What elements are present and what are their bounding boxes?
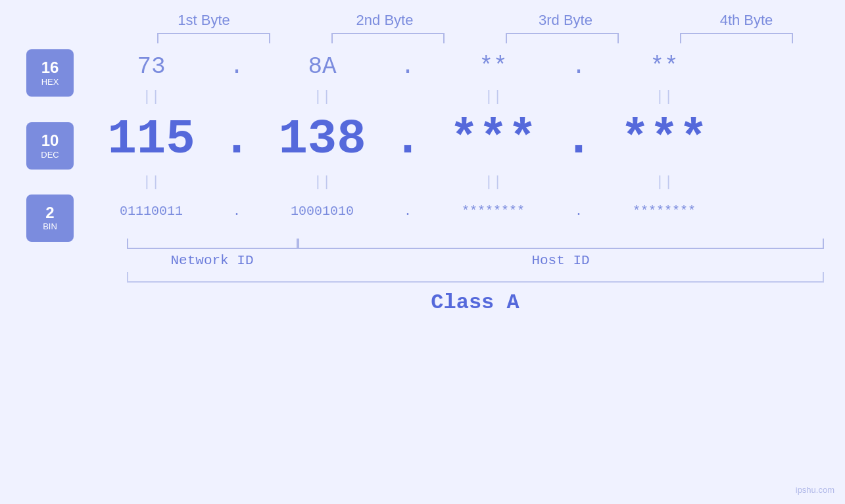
- bracket-4: [680, 33, 793, 43]
- eq-1-b1: ||: [85, 89, 217, 105]
- network-id-label: Network ID: [127, 253, 298, 268]
- byte-header-3: 3rd Byte: [500, 12, 631, 29]
- hex-row: 73 . 8A . ** . **: [85, 47, 845, 85]
- bin-badge: 2 BIN: [26, 195, 74, 242]
- bin-byte-3: ********: [427, 204, 559, 219]
- dec-byte-1: 115: [85, 112, 217, 167]
- hex-byte-4: **: [598, 53, 730, 80]
- dec-badge-row: 10 DEC: [26, 114, 85, 177]
- hex-byte-3: **: [427, 53, 559, 80]
- main-container: 1st Byte 2nd Byte 3rd Byte 4th Byte 16 H…: [0, 0, 845, 504]
- byte-header-1: 1st Byte: [138, 12, 270, 29]
- base-badges: 16 HEX 10 DEC 2 BIN: [0, 47, 85, 236]
- eq-spacer-1: [26, 92, 85, 114]
- dot-hex-3: .: [559, 53, 598, 80]
- bracket-3: [506, 33, 619, 43]
- bin-row: 01110011 . 10001010 . ******** . *******…: [85, 193, 845, 229]
- eq-2-b3: ||: [427, 174, 559, 191]
- dot-dec-1: .: [217, 112, 256, 167]
- hex-byte-1: 73: [85, 53, 217, 80]
- bin-byte-2: 10001010: [256, 204, 388, 219]
- dot-hex-1: .: [217, 53, 256, 80]
- dec-byte-3: ***: [427, 112, 559, 167]
- bottom-brackets-row: [127, 239, 824, 249]
- host-id-label: Host ID: [298, 253, 824, 268]
- dec-byte-2: 138: [256, 112, 388, 167]
- eq-2-b4: ||: [598, 174, 730, 191]
- bin-byte-4: ********: [598, 204, 730, 219]
- eq-2-b2: ||: [256, 174, 388, 191]
- watermark: ipshu.com: [796, 485, 834, 495]
- dot-bin-1: .: [217, 204, 256, 219]
- equals-row-1: || || || ||: [85, 85, 845, 108]
- eq-1-b4: ||: [598, 89, 730, 105]
- hex-byte-2: 8A: [256, 53, 388, 80]
- outer-bottom-bracket: [127, 272, 824, 283]
- id-labels-row: Network ID Host ID: [127, 253, 824, 268]
- dot-bin-3: .: [559, 204, 598, 219]
- byte-header-4: 4th Byte: [681, 12, 812, 29]
- class-label: Class A: [431, 290, 519, 315]
- values-grid: 73 . 8A . ** . ** || || || || 115: [85, 47, 845, 236]
- dec-byte-4: ***: [598, 112, 730, 167]
- net-id-bracket: [127, 239, 298, 249]
- hex-badge: 16 HEX: [26, 49, 74, 97]
- content-layout: 16 HEX 10 DEC 2 BIN: [0, 47, 845, 236]
- bin-byte-1: 01110011: [85, 204, 217, 219]
- eq-2-b1: ||: [85, 174, 217, 191]
- bracket-2: [331, 33, 445, 43]
- eq-1-b2: ||: [256, 89, 388, 105]
- dot-dec-2: .: [388, 112, 427, 167]
- bracket-1: [157, 33, 270, 43]
- byte-header-2: 2nd Byte: [319, 12, 450, 29]
- dot-dec-3: .: [559, 112, 598, 167]
- host-id-bracket: [298, 239, 824, 249]
- hex-badge-row: 16 HEX: [26, 54, 85, 92]
- byte-headers-row: 1st Byte 2nd Byte 3rd Byte 4th Byte: [114, 12, 837, 29]
- class-row: Class A: [127, 290, 824, 315]
- bin-badge-row: 2 BIN: [26, 200, 85, 236]
- dec-row: 115 . 138 . *** . ***: [85, 108, 845, 171]
- eq-1-b3: ||: [427, 89, 559, 105]
- dot-hex-2: .: [388, 53, 427, 80]
- top-brackets: [127, 33, 824, 43]
- dec-badge: 10 DEC: [26, 122, 74, 170]
- dot-bin-2: .: [388, 204, 427, 219]
- equals-row-2: || || || ||: [85, 171, 845, 193]
